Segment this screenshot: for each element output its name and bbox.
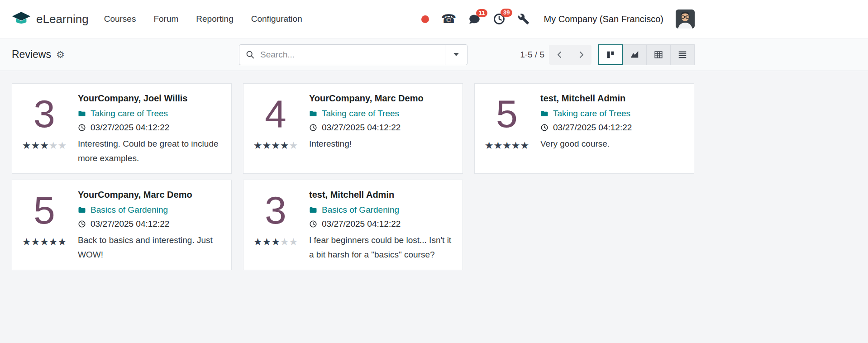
- view-graph-button[interactable]: [622, 44, 647, 65]
- review-date: 03/27/2025 04:12:22: [91, 123, 169, 133]
- tools-wrench-icon[interactable]: [518, 13, 529, 25]
- pager-next-button[interactable]: [570, 45, 591, 65]
- gear-icon[interactable]: ⚙: [56, 50, 65, 59]
- star-empty-icon: ★: [58, 140, 67, 151]
- menu-item-forum[interactable]: Forum: [153, 11, 178, 27]
- elearning-logo-icon: [12, 11, 31, 27]
- star-filled-icon: ★: [31, 140, 40, 151]
- pager-previous-button[interactable]: [549, 45, 570, 65]
- star-filled-icon: ★: [40, 140, 49, 151]
- course-link[interactable]: Basics of Gardening: [91, 205, 168, 215]
- main-content: 3 ★★★★★ YourCompany, Joel Willis Taking …: [0, 71, 868, 343]
- star-filled-icon: ★: [511, 140, 520, 151]
- folder-icon: [540, 110, 548, 118]
- view-pivot-button[interactable]: [646, 44, 671, 65]
- view-kanban-button[interactable]: [598, 44, 623, 65]
- course-link[interactable]: Taking care of Trees: [322, 109, 399, 119]
- rating-number: 4: [265, 91, 286, 136]
- view-switcher: [599, 44, 695, 65]
- page-title: Reviews: [12, 48, 51, 61]
- review-card[interactable]: 5 ★★★★★ YourCompany, Marc Demo Basics of…: [12, 180, 232, 270]
- course-link[interactable]: Taking care of Trees: [553, 109, 630, 119]
- control-panel: Reviews ⚙ 1-5 / 5: [0, 38, 868, 71]
- review-card[interactable]: 3 ★★★★★ test, Mitchell Admin Basics of G…: [243, 180, 463, 270]
- review-date: 03/27/2025 04:12:22: [553, 123, 632, 133]
- view-list-button[interactable]: [670, 44, 695, 65]
- list-view-icon: [677, 50, 687, 60]
- user-avatar[interactable]: [676, 10, 695, 29]
- star-filled-icon: ★: [493, 140, 502, 151]
- course-link[interactable]: Taking care of Trees: [91, 109, 168, 119]
- menu-item-reporting[interactable]: Reporting: [196, 11, 233, 27]
- review-author: YourCompany, Marc Demo: [78, 190, 223, 200]
- search-dropdown-toggle[interactable]: [445, 45, 467, 65]
- status-dot-icon[interactable]: [421, 15, 429, 23]
- messages-menu[interactable]: 11: [468, 13, 481, 25]
- review-author: YourCompany, Joel Willis: [78, 93, 223, 104]
- pivot-view-icon: [653, 50, 663, 60]
- review-card[interactable]: 4 ★★★★★ YourCompany, Marc Demo Taking ca…: [243, 83, 463, 174]
- star-filled-icon: ★: [253, 140, 262, 151]
- review-author: test, Mitchell Admin: [540, 93, 685, 104]
- pager-value: 1-5 / 5: [520, 50, 544, 60]
- review-card[interactable]: 3 ★★★★★ YourCompany, Joel Willis Taking …: [12, 83, 232, 174]
- review-date: 03/27/2025 04:12:22: [91, 219, 169, 229]
- messages-badge: 11: [476, 9, 488, 17]
- search-input[interactable]: [259, 45, 445, 65]
- company-switcher[interactable]: My Company (San Francisco): [544, 14, 663, 24]
- star-rating: ★★★★★: [485, 141, 529, 151]
- star-filled-icon: ★: [22, 140, 31, 151]
- star-empty-icon: ★: [280, 236, 289, 248]
- star-filled-icon: ★: [253, 236, 262, 248]
- star-rating: ★★★★★: [22, 141, 67, 151]
- course-link[interactable]: Basics of Gardening: [322, 205, 399, 215]
- clock-icon: [309, 220, 317, 228]
- app-name: eLearning: [36, 12, 89, 26]
- star-empty-icon: ★: [49, 140, 58, 151]
- star-rating: ★★★★★: [253, 237, 298, 247]
- phone-icon[interactable]: ☎: [441, 13, 457, 25]
- activities-menu[interactable]: 39: [493, 13, 506, 25]
- rating-number: 5: [33, 188, 55, 233]
- star-filled-icon: ★: [22, 236, 31, 248]
- chevron-left-icon: [555, 50, 564, 59]
- review-author: YourCompany, Marc Demo: [309, 93, 454, 104]
- chevron-right-icon: [577, 50, 586, 59]
- search-icon: [246, 50, 255, 59]
- folder-icon: [78, 206, 86, 214]
- star-filled-icon: ★: [520, 140, 529, 151]
- star-filled-icon: ★: [485, 140, 494, 151]
- star-filled-icon: ★: [271, 236, 280, 248]
- star-filled-icon: ★: [280, 140, 289, 151]
- review-date: 03/27/2025 04:12:22: [322, 219, 401, 229]
- pager: 1-5 / 5: [520, 45, 591, 65]
- app-brand[interactable]: eLearning: [12, 11, 89, 27]
- star-empty-icon: ★: [289, 236, 298, 248]
- clock-icon: [540, 124, 548, 132]
- graph-view-icon: [630, 50, 639, 60]
- app-menu: Courses Forum Reporting Configuration: [104, 11, 302, 27]
- search-box: [239, 44, 467, 65]
- star-filled-icon: ★: [271, 140, 280, 151]
- star-rating: ★★★★★: [22, 237, 67, 247]
- systray: ☎ 11 39 My Company (San Francisco): [421, 10, 695, 29]
- review-comment: Interesting!: [309, 137, 454, 151]
- review-card[interactable]: 5 ★★★★★ test, Mitchell Admin Taking care…: [474, 83, 694, 174]
- activities-badge: 39: [501, 9, 512, 17]
- review-comment: Very good course.: [540, 137, 685, 151]
- menu-item-configuration[interactable]: Configuration: [251, 11, 302, 27]
- menu-item-courses[interactable]: Courses: [104, 11, 136, 27]
- top-navbar: eLearning Courses Forum Reporting Config…: [0, 0, 868, 38]
- kanban-view: 3 ★★★★★ YourCompany, Joel Willis Taking …: [12, 71, 695, 270]
- star-filled-icon: ★: [262, 236, 271, 248]
- folder-icon: [309, 110, 317, 118]
- star-filled-icon: ★: [58, 236, 67, 248]
- folder-icon: [309, 206, 317, 214]
- star-filled-icon: ★: [31, 236, 40, 248]
- rating-number: 3: [265, 188, 286, 233]
- star-filled-icon: ★: [502, 140, 511, 151]
- review-comment: Interesting. Could be great to include m…: [78, 137, 223, 166]
- review-comment: I fear beginners could be lost... Isn't …: [309, 233, 454, 262]
- folder-icon: [78, 110, 86, 118]
- star-filled-icon: ★: [40, 236, 49, 248]
